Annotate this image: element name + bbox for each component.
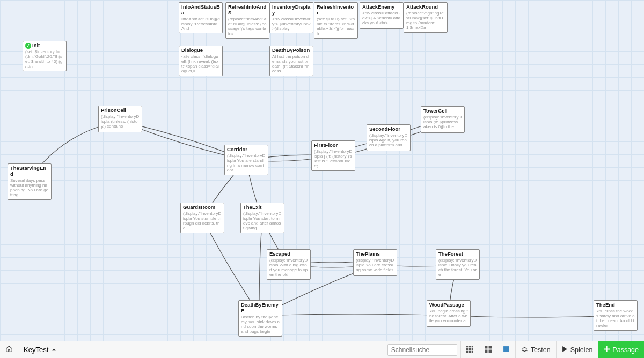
passage-refreshinfoands[interactable]: RefreshInfoAndS(replace:?infoAndStatusBa… bbox=[225, 2, 269, 39]
passage-firstfloor[interactable]: FirstFloor(display:"InventoryDispla [ (i… bbox=[311, 140, 355, 171]
passage-theexit[interactable]: TheExit(display:"InventoryDispla You sta… bbox=[240, 203, 284, 233]
svg-point-14 bbox=[523, 347, 526, 351]
passage-excerpt: Beaten by the $enemy, you sink down and … bbox=[241, 315, 280, 334]
passage-theforest[interactable]: TheForest(display:"InventoryDispla Final… bbox=[436, 249, 480, 280]
passage-thestarvingend[interactable]: TheStarvingEndSeveral days pass without … bbox=[8, 163, 52, 200]
passage-excerpt: <div class="dialogueB (link-reveal: (tex… bbox=[181, 54, 220, 74]
play-label: Spielen bbox=[570, 346, 593, 354]
grid-large-icon bbox=[503, 346, 510, 354]
passage-excerpt: (display:"InventoryDispla With a big eff… bbox=[269, 258, 308, 278]
passage-excerpt: (display:"InventoryDispla You stumble th… bbox=[183, 211, 222, 231]
passage-attackround[interactable]: AttackRound(replace:?fightingTextHook)(s… bbox=[404, 2, 448, 33]
passage-excerpt: (display:"InventoryDispla [ (if: (histor… bbox=[314, 149, 353, 169]
passage-title: TowerCell bbox=[423, 108, 462, 114]
grid-medium-icon bbox=[485, 346, 492, 354]
start-icon: ✓ bbox=[25, 43, 31, 49]
passage-title: RefreshInventor bbox=[317, 4, 355, 16]
passage-title: PrisonCell bbox=[101, 108, 140, 114]
passage-escaped[interactable]: Escaped(display:"InventoryDispla With a … bbox=[267, 249, 311, 280]
passage-excerpt: (display:"InventoryDispla (unless: (hist… bbox=[101, 114, 140, 129]
passage-title: Dialogue bbox=[181, 48, 220, 54]
passage-init[interactable]: ✓Init(set: $inventory to (dm:"Gold",20,"… bbox=[23, 41, 67, 71]
svg-rect-11 bbox=[485, 349, 487, 352]
plus-icon bbox=[604, 346, 610, 354]
passage-deathbyenemye[interactable]: DeathByEnemyEBeaten by the $enemy, you s… bbox=[238, 300, 282, 337]
svg-rect-8 bbox=[472, 350, 473, 352]
passage-title: ✓Init bbox=[25, 43, 64, 49]
passage-prisoncell[interactable]: PrisonCell(display:"InventoryDispla (unl… bbox=[98, 106, 142, 132]
grid-medium-button[interactable] bbox=[479, 341, 497, 358]
passage-excerpt: (replace:?infoAndStatusBar)[unless: (pas… bbox=[228, 17, 267, 36]
grid-large-button[interactable] bbox=[497, 341, 515, 358]
passage-excerpt: (display:"InventoryDispla Finally you re… bbox=[438, 258, 477, 278]
passage-dialogue[interactable]: Dialogue<div class="dialogueB (link-reve… bbox=[179, 46, 223, 76]
add-passage-button[interactable]: Passage bbox=[598, 341, 644, 358]
svg-rect-6 bbox=[466, 350, 468, 352]
passage-title: SecondFloor bbox=[369, 126, 408, 132]
svg-rect-12 bbox=[488, 349, 491, 352]
passage-title: AttackEnemy bbox=[362, 4, 401, 10]
passage-excerpt: (display:"InventoryDispla You are crossi… bbox=[356, 258, 394, 273]
passage-excerpt: (display:"InventoryDispla You start to m… bbox=[243, 211, 282, 231]
passage-title: Corridor bbox=[227, 147, 266, 153]
story-canvas[interactable]: ✓Init(set: $inventory to (dm:"Gold",20,"… bbox=[0, 0, 644, 341]
passage-excerpt: Several days pass without anything happe… bbox=[10, 178, 49, 198]
passage-excerpt: You cross the woods safely and arrive at… bbox=[596, 309, 635, 329]
passage-towercell[interactable]: TowerCell(display:"InventoryDispla (if: … bbox=[421, 106, 465, 133]
passage-theend[interactable]: TheEndYou cross the woods safely and arr… bbox=[594, 300, 638, 331]
passage-title: TheExit bbox=[243, 205, 282, 211]
svg-rect-13 bbox=[503, 346, 509, 352]
bottom-toolbar: KeyTest Testen Spielen Pass bbox=[0, 341, 644, 358]
passage-excerpt: (display:"InventoryDispla You are standi… bbox=[227, 153, 266, 173]
passage-excerpt: (display:"InventoryDispla (if: $princess… bbox=[423, 115, 462, 130]
passage-title: TheForest bbox=[438, 251, 477, 257]
passage-excerpt: <div class="inventory">[]<inventoryHook>… bbox=[272, 17, 311, 32]
svg-rect-2 bbox=[472, 346, 473, 347]
story-menu[interactable]: KeyTest bbox=[18, 346, 62, 354]
svg-rect-0 bbox=[466, 346, 468, 347]
caret-up-icon bbox=[52, 346, 56, 354]
passage-corridor[interactable]: Corridor(display:"InventoryDispla You ar… bbox=[224, 145, 268, 175]
passage-title: Escaped bbox=[269, 251, 308, 257]
play-icon bbox=[562, 346, 568, 354]
passage-title: TheEnd bbox=[596, 302, 635, 308]
passage-title: DeathByEnemyE bbox=[241, 302, 280, 314]
passage-refreshinventor[interactable]: RefreshInventor(set: $i to 0)(set: $tabl… bbox=[314, 2, 358, 39]
bug-icon bbox=[521, 346, 528, 354]
play-button[interactable]: Spielen bbox=[556, 341, 598, 358]
passage-title: WoodPassage bbox=[429, 302, 468, 308]
grid-small-button[interactable] bbox=[460, 341, 479, 358]
passage-title: TheStarvingEnd bbox=[10, 166, 49, 177]
passage-title: InfoAndStatusBa bbox=[181, 4, 220, 16]
svg-rect-4 bbox=[469, 348, 471, 349]
passage-title: ThePlains bbox=[356, 251, 394, 257]
passage-excerpt: (replace:?fightingTextHook)(set: $_hitDm… bbox=[406, 11, 445, 31]
passage-deathbypoison[interactable]: DeathByPoisonAt last the poison demands … bbox=[269, 46, 313, 76]
passage-infoandstatusba[interactable]: InfoAndStatusBaInfoAndStatusBa[]{display… bbox=[179, 2, 223, 33]
passage-title: AttackRound bbox=[406, 4, 445, 10]
passage-secondfloor[interactable]: SecondFloor(display:"InventoryDispla Aga… bbox=[367, 124, 411, 151]
svg-rect-7 bbox=[469, 350, 471, 352]
svg-rect-10 bbox=[488, 346, 491, 348]
passage-excerpt: At last the poison demands you last brea… bbox=[272, 54, 311, 74]
passage-guardsroom[interactable]: GuardsRoom(display:"InventoryDispla You … bbox=[180, 203, 224, 233]
test-button[interactable]: Testen bbox=[515, 341, 556, 358]
passage-woodpassage[interactable]: WoodPassageYou begin crossing the forest… bbox=[427, 300, 471, 327]
passage-theplains[interactable]: ThePlains(display:"InventoryDispla You a… bbox=[353, 249, 397, 276]
passage-excerpt: InfoAndStatusBa[]{display:"RefreshInfoAn… bbox=[181, 17, 220, 32]
passage-inventorydisplay[interactable]: InventoryDisplay<div class="inventory">[… bbox=[269, 2, 313, 33]
passage-title: GuardsRoom bbox=[183, 205, 222, 211]
passage-title: FirstFloor bbox=[314, 143, 353, 148]
svg-rect-1 bbox=[469, 346, 471, 347]
svg-rect-9 bbox=[485, 346, 487, 348]
add-passage-label: Passage bbox=[612, 346, 639, 354]
passage-title: RefreshInfoAndS bbox=[228, 4, 267, 16]
svg-rect-3 bbox=[466, 348, 468, 349]
passage-attackenemy[interactable]: AttackEnemy<div class="attackBox">[ A $e… bbox=[360, 2, 404, 29]
grid-small-icon bbox=[466, 346, 473, 354]
passage-excerpt: (display:"InventoryDispla Again, you rea… bbox=[369, 133, 408, 148]
passage-title: InventoryDisplay bbox=[272, 4, 311, 16]
passage-excerpt: You begin crossing the forest. After a w… bbox=[429, 309, 468, 324]
quicksearch-input[interactable] bbox=[387, 344, 457, 356]
home-button[interactable] bbox=[0, 341, 18, 358]
